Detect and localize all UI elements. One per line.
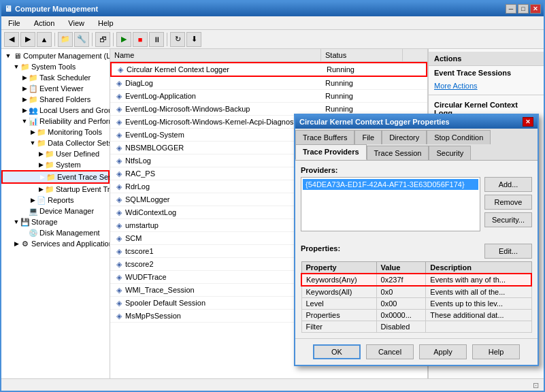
dialog-close-button[interactable]: ✕ [523, 117, 533, 127]
action-more-actions-1[interactable]: More Actions [429, 80, 544, 92]
expand-icon: ▶ [20, 95, 29, 103]
status-bar: ⊡ [1, 378, 544, 391]
tree-node-storage[interactable]: ▼ 💾 Storage [1, 216, 110, 227]
maximize-button[interactable]: □ [518, 4, 529, 14]
security-button[interactable]: Security... [484, 212, 532, 227]
list-row[interactable]: ◈ Circular Kernel Context Logger Running [110, 62, 427, 77]
edit-button[interactable]: Edit... [484, 244, 532, 259]
tree-node-data-collector-sets[interactable]: ▼ 📁 Data Collector Sets [1, 137, 110, 148]
provider-item[interactable]: {54DEA73A-ED1F-42A4-AF71-3E63D056F174} [303, 179, 478, 190]
tree-node-local-users[interactable]: ▶ 👥 Local Users and Groups [1, 105, 110, 116]
toolbar-sep3 [113, 33, 114, 46]
providers-list[interactable]: {54DEA73A-ED1F-42A4-AF71-3E63D056F174} [301, 177, 480, 231]
tree-node-user-defined[interactable]: ▶ 📁 User Defined [1, 148, 110, 159]
tree-node-disk-management[interactable]: 💿 Disk Management [1, 227, 110, 238]
trace-icon: ◈ [114, 169, 124, 178]
folder-button[interactable]: 📁 [58, 32, 73, 47]
toolbar: ◀ ▶ ▲ 📁 🔧 🗗 ▶ ■ ⏸ ↻ ⬇ [1, 30, 544, 49]
refresh-button[interactable]: ↻ [170, 32, 185, 47]
col-property: Property [301, 262, 376, 274]
tree-node-event-viewer[interactable]: ▶ 📋 Event Viewer [1, 83, 110, 94]
expand-icon: ▶ [29, 196, 37, 204]
trace-icon: ◈ [114, 220, 124, 230]
tree-node-startup-event[interactable]: ▶ 📁 Startup Event Tr... [1, 184, 110, 195]
list-row[interactable]: ◈DiagLogRunning [110, 77, 427, 90]
props-row-filter[interactable]: Filter Disabled [301, 321, 531, 333]
list-header: Name Status [110, 49, 427, 62]
provider-buttons: Add... Remove Security... [484, 177, 532, 237]
folder-icon: 📁 [45, 160, 54, 169]
tree-panel: ▼ 🖥 Computer Management (Local ▼ 📁 Syste… [1, 49, 110, 378]
pause-button[interactable]: ⏸ [149, 32, 164, 47]
help-button[interactable]: Help [472, 344, 520, 359]
tab-trace-providers[interactable]: Trace Providers [295, 144, 367, 160]
trace-icon: ◈ [114, 208, 124, 217]
tree-node-device-manager[interactable]: 💻 Device Manager [1, 206, 110, 216]
col-status[interactable]: Status [321, 49, 403, 61]
disk-icon: 💿 [29, 228, 38, 238]
expand-icon: ▶ [29, 128, 37, 136]
up-button[interactable]: ▲ [37, 32, 52, 47]
tab-directory[interactable]: Directory [382, 130, 427, 144]
menu-help[interactable]: Help [94, 18, 118, 29]
play-button[interactable]: ▶ [116, 32, 131, 47]
tree-node-shared-folders[interactable]: ▶ 📁 Shared Folders [1, 94, 110, 105]
export-button[interactable]: ⬇ [186, 32, 201, 47]
expand-icon: ▶ [38, 173, 46, 181]
tree-node-services-apps[interactable]: ▶ ⚙ Services and Applications [1, 238, 110, 249]
expand-icon [20, 207, 29, 215]
menu-file[interactable]: File [4, 18, 24, 29]
trace-icon: ◈ [114, 91, 124, 101]
properties-table: Property Value Description Keywords(Any)… [301, 261, 532, 333]
resize-grip: ⊡ [533, 381, 541, 389]
tree-node-system-tools[interactable]: ▼ 📁 System Tools [1, 61, 110, 72]
minimize-button[interactable]: ─ [506, 4, 516, 14]
back-button[interactable]: ◀ [4, 32, 19, 47]
tree-node-task-scheduler[interactable]: ▶ 📁 Task Scheduler [1, 72, 110, 83]
tab-file[interactable]: File [354, 130, 382, 144]
menu-action[interactable]: Action [30, 18, 59, 29]
tree-node-reports[interactable]: ▶ 📄 Reports [1, 195, 110, 206]
tree-node-event-trace-sess[interactable]: ▶ 📁 Event Trace Sess... [1, 170, 110, 184]
col-name[interactable]: Name [110, 49, 321, 61]
props-row-properties[interactable]: Properties 0x0000... These additional da… [301, 310, 531, 321]
props-row-level[interactable]: Level 0x00 Events up to this lev... [301, 298, 531, 310]
trace-icon: ◈ [114, 259, 124, 269]
trace-icon: ◈ [114, 233, 124, 243]
computer-icon: 🖥 [12, 51, 22, 61]
window-icon: 🖥 [4, 4, 12, 14]
forward-button[interactable]: ▶ [20, 32, 35, 47]
close-button[interactable]: ✕ [530, 4, 541, 14]
apply-button[interactable]: Apply [419, 344, 467, 359]
props-row-keywords-any[interactable]: Keywords(Any) 0x237f Events with any of … [301, 274, 531, 286]
list-row[interactable]: ◈EventLog-ApplicationRunning [110, 90, 427, 103]
folder-icon: 📁 [20, 62, 30, 71]
menu-view[interactable]: View [64, 18, 88, 29]
add-button[interactable]: Add... [484, 177, 532, 192]
tab-trace-session[interactable]: Trace Session [367, 146, 429, 160]
new-window-button[interactable]: 🗗 [95, 32, 110, 47]
dialog-title-bar: Circular Kernel Context Logger Propertie… [295, 115, 538, 129]
toolbar-sep4 [167, 33, 167, 46]
tab-stop-condition[interactable]: Stop Condition [427, 130, 491, 144]
remove-button[interactable]: Remove [484, 195, 532, 210]
tree-node-monitoring-tools[interactable]: ▶ 📁 Monitoring Tools [1, 127, 110, 137]
properties-button[interactable]: 🔧 [74, 32, 89, 47]
folder-icon: 📁 [29, 73, 38, 82]
stop-button[interactable]: ■ [133, 32, 148, 47]
dialog: Circular Kernel Context Logger Propertie… [294, 114, 539, 366]
dialog-footer: OK Cancel Apply Help [295, 338, 538, 365]
tab-security[interactable]: Security [429, 146, 471, 160]
expand-icon: ▼ [20, 117, 29, 125]
folder-icon: 📁 [37, 138, 46, 148]
tree-node-root[interactable]: ▼ 🖥 Computer Management (Local [1, 50, 110, 61]
ok-button[interactable]: OK [313, 344, 361, 359]
folder-icon: 📁 [45, 184, 54, 194]
props-row-keywords-all[interactable]: Keywords(All) 0x0 Events with all of the… [301, 286, 531, 298]
toolbar-sep2 [92, 33, 93, 46]
tab-trace-buffers[interactable]: Trace Buffers [295, 130, 354, 144]
tree-node-reliability[interactable]: ▼ 📊 Reliability and Performanc [1, 116, 110, 127]
trace-icon: ◈ [114, 104, 124, 114]
cancel-button[interactable]: Cancel [366, 344, 414, 359]
tree-node-system[interactable]: ▶ 📁 System [1, 159, 110, 170]
